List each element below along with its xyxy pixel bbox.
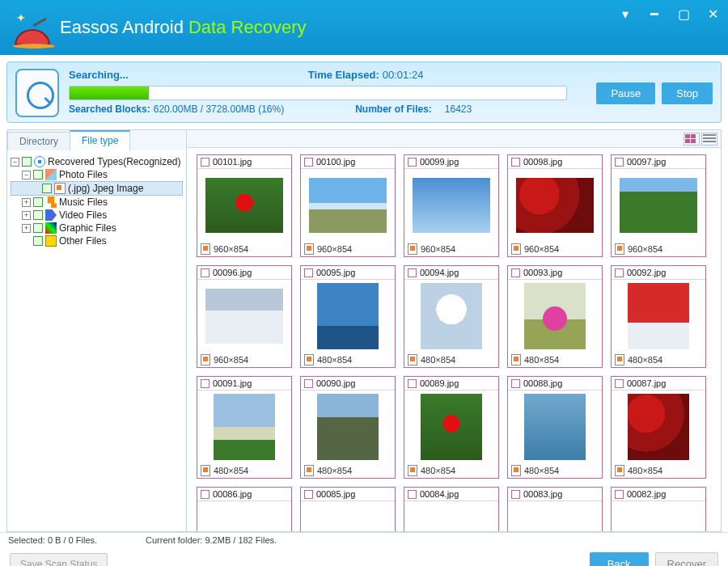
- checkbox[interactable]: [33, 223, 43, 233]
- collapse-icon[interactable]: −: [11, 158, 19, 167]
- thumbnail-item[interactable]: 00098.jpg960×854: [507, 154, 603, 257]
- thumb-dimensions: 480×854: [524, 355, 559, 365]
- thumb-checkbox[interactable]: [511, 490, 520, 499]
- thumb-filename: 00089.jpg: [420, 378, 459, 388]
- doc-icon: [615, 354, 624, 365]
- thumb-checkbox[interactable]: [615, 268, 624, 277]
- tab-file-type[interactable]: File type: [70, 130, 130, 150]
- tree-graphic-files[interactable]: + Graphic Files: [11, 222, 183, 234]
- thumb-checkbox[interactable]: [201, 158, 210, 167]
- thumb-image: [205, 178, 283, 233]
- checkbox[interactable]: [33, 170, 43, 180]
- recover-button[interactable]: Recover: [655, 552, 718, 566]
- checkbox[interactable]: [33, 197, 43, 207]
- thumb-checkbox[interactable]: [615, 158, 624, 167]
- checkbox[interactable]: [22, 157, 32, 167]
- thumb-filename: 00085.jpg: [316, 489, 355, 499]
- save-scan-status-button[interactable]: Save Scan Status: [10, 553, 108, 567]
- thumbnail-item[interactable]: 00087.jpg480×854: [611, 376, 706, 479]
- thumb-checkbox[interactable]: [408, 379, 417, 388]
- thumbnail-item[interactable]: 00085.jpg: [300, 487, 396, 531]
- thumb-checkbox[interactable]: [304, 158, 313, 167]
- minimize-button[interactable]: ━: [647, 6, 662, 22]
- thumb-dimensions: 480×854: [214, 466, 248, 475]
- thumb-dimensions: 480×854: [628, 466, 662, 475]
- thumb-image: [214, 505, 275, 531]
- tree-root[interactable]: − Recovered Types(Recognized): [11, 155, 183, 168]
- maximize-button[interactable]: ▢: [676, 6, 691, 22]
- thumb-dimensions: 480×854: [628, 355, 662, 365]
- thumb-checkbox[interactable]: [408, 158, 417, 167]
- thumb-checkbox[interactable]: [615, 379, 624, 388]
- grid-view-button[interactable]: [684, 133, 700, 146]
- thumb-checkbox[interactable]: [511, 379, 520, 388]
- close-button[interactable]: ✕: [705, 6, 720, 22]
- time-elapsed-value: 00:01:24: [383, 69, 424, 81]
- thumbnail-item[interactable]: 00082.jpg: [611, 487, 706, 531]
- thumb-checkbox[interactable]: [511, 268, 520, 277]
- main-area: Directory File type − Recovered Types(Re…: [6, 129, 722, 532]
- collapse-icon[interactable]: −: [22, 171, 31, 180]
- back-button[interactable]: Back: [590, 552, 649, 566]
- thumb-checkbox[interactable]: [615, 490, 624, 499]
- tree-jpg[interactable]: (.jpg) Jpeg Image: [11, 181, 183, 196]
- doc-icon: [201, 243, 210, 255]
- checkbox[interactable]: [42, 184, 52, 193]
- doc-icon: [615, 243, 624, 255]
- expand-icon[interactable]: +: [22, 211, 31, 220]
- thumbnail-item[interactable]: 00095.jpg480×854: [300, 265, 396, 368]
- recycle-icon: [34, 156, 45, 167]
- thumb-image: [524, 394, 586, 460]
- thumb-checkbox[interactable]: [201, 379, 210, 388]
- thumb-checkbox[interactable]: [511, 158, 520, 167]
- view-toolbar: [187, 130, 721, 148]
- photo-folder-icon: [45, 169, 57, 180]
- thumbnail-item[interactable]: 00083.jpg: [507, 487, 603, 531]
- thumb-image: [628, 283, 689, 349]
- doc-icon: [304, 354, 314, 365]
- thumb-checkbox[interactable]: [304, 379, 313, 388]
- thumb-checkbox[interactable]: [201, 490, 210, 499]
- tree-video-files[interactable]: + Video Files: [11, 209, 183, 222]
- thumb-checkbox[interactable]: [408, 268, 417, 277]
- thumbnail-item[interactable]: 00086.jpg: [197, 487, 292, 531]
- thumb-checkbox[interactable]: [304, 490, 313, 499]
- thumbnail-item[interactable]: 00091.jpg480×854: [197, 376, 292, 479]
- thumbnail-item[interactable]: 00093.jpg480×854: [507, 265, 603, 368]
- thumb-checkbox[interactable]: [201, 268, 210, 277]
- thumbnail-item[interactable]: 00094.jpg480×854: [404, 265, 499, 368]
- thumbnail-item[interactable]: 00089.jpg480×854: [404, 376, 499, 479]
- thumbnail-item[interactable]: 00097.jpg960×854: [611, 154, 706, 257]
- thumbnail-item[interactable]: 00090.jpg480×854: [300, 376, 396, 479]
- tree-photo-files[interactable]: − Photo Files: [11, 168, 183, 181]
- list-view-button[interactable]: [701, 133, 717, 146]
- searched-blocks-value: 620.00MB / 3728.00MB (16%): [154, 103, 284, 115]
- checkbox[interactable]: [33, 210, 43, 220]
- stop-button[interactable]: Stop: [662, 82, 713, 104]
- thumb-dimensions: 960×854: [214, 244, 248, 254]
- thumb-checkbox[interactable]: [304, 268, 313, 277]
- expand-icon[interactable]: +: [22, 198, 31, 207]
- thumbnail-item[interactable]: 00101.jpg960×854: [197, 154, 292, 257]
- thumbnail-item[interactable]: 00084.jpg: [404, 487, 499, 531]
- tab-directory[interactable]: Directory: [7, 132, 70, 150]
- thumbnail-item[interactable]: 00100.jpg960×854: [300, 154, 396, 257]
- thumb-filename: 00084.jpg: [420, 489, 459, 499]
- status-bar: Selected: 0 B / 0 Files. Current folder:…: [0, 532, 728, 547]
- thumb-filename: 00097.jpg: [627, 157, 666, 167]
- selected-status: Selected: 0 B / 0 Files.: [8, 535, 146, 545]
- searched-blocks-label: Searched Blocks:: [69, 103, 150, 115]
- thumb-filename: 00095.jpg: [316, 268, 355, 277]
- thumbnail-item[interactable]: 00096.jpg960×854: [197, 265, 292, 368]
- tree-other-files[interactable]: Other Files: [11, 234, 183, 247]
- menu-icon[interactable]: ▾: [618, 6, 633, 22]
- thumb-checkbox[interactable]: [408, 490, 417, 499]
- thumbnail-item[interactable]: 00092.jpg480×854: [611, 265, 706, 368]
- expand-icon[interactable]: +: [22, 224, 31, 233]
- thumbnail-item[interactable]: 00088.jpg480×854: [507, 376, 603, 479]
- doc-icon: [408, 354, 417, 365]
- pause-button[interactable]: Pause: [596, 82, 655, 104]
- tree-music-files[interactable]: + Music Files: [11, 196, 183, 209]
- thumbnail-item[interactable]: 00099.jpg960×854: [404, 154, 499, 257]
- checkbox[interactable]: [33, 236, 43, 246]
